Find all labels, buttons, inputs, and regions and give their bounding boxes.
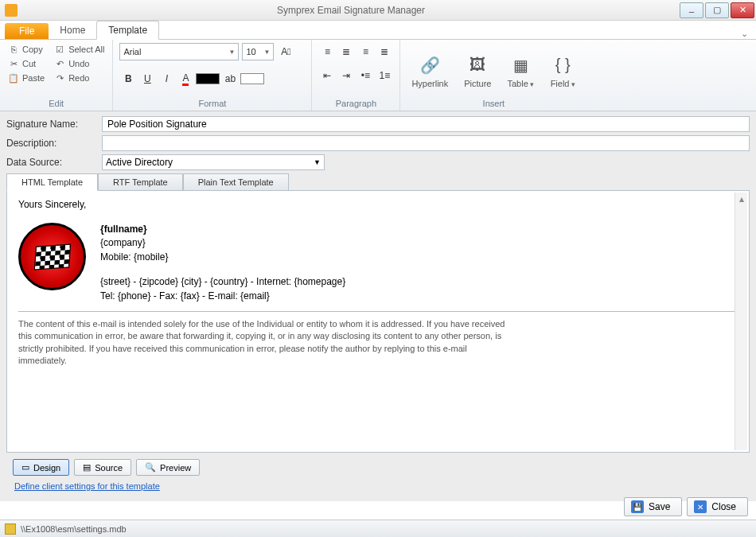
field-company: {company}	[100, 236, 345, 250]
minimize-button[interactable]	[680, 2, 703, 18]
underline-icon: U	[144, 73, 151, 84]
file-tab[interactable]: File	[5, 23, 49, 39]
footer-buttons: 💾Save ✕Close	[624, 497, 748, 516]
undo-button[interactable]: ↶Undo	[53, 57, 106, 70]
font-size-select[interactable]: 10▼	[242, 43, 274, 60]
color-swatch-white[interactable]	[240, 73, 264, 84]
preview-view-button[interactable]: 🔍Preview	[136, 459, 200, 476]
justify-button[interactable]: ≣	[376, 43, 393, 60]
signature-editor[interactable]: Yours Sincerely, {fullname} {company} Mo…	[18, 199, 738, 368]
signature-name-label: Signature Name:	[6, 119, 102, 130]
ribbon-tabs: File Home Template ⌄	[0, 21, 756, 40]
ribbon-group-paragraph: ≡ ≣ ≡ ≣ ⇤ ⇥ •≡ 1≡ Paragraph	[312, 40, 400, 111]
paste-icon: 📋	[8, 72, 19, 84]
collapse-ribbon-icon[interactable]: ⌄	[741, 29, 748, 39]
checkered-flag-icon	[33, 243, 70, 270]
align-right-button[interactable]: ≡	[357, 43, 374, 60]
ribbon-group-label: Paragraph	[318, 98, 393, 109]
tab-plain-text-template[interactable]: Plain Text Template	[183, 173, 289, 191]
bold-icon: B	[125, 73, 132, 84]
font-color-button[interactable]: A	[177, 70, 194, 88]
clear-formatting-button[interactable]: Aͯ	[277, 43, 294, 60]
outdent-button[interactable]: ⇤	[318, 67, 336, 84]
undo-icon: ↶	[54, 58, 65, 69]
ribbon-group-label: Format	[119, 98, 305, 109]
data-source-select[interactable]: Active Directory▼	[102, 154, 325, 170]
close-button[interactable]: ✕Close	[687, 497, 748, 516]
svg-rect-0	[5, 4, 18, 17]
cut-icon: ✂	[8, 58, 19, 69]
preview-icon: 🔍	[145, 462, 156, 473]
chevron-down-icon: ▼	[263, 49, 270, 56]
source-icon: ▤	[83, 462, 91, 473]
redo-icon: ↷	[54, 72, 65, 84]
field-contact: Tel: {phone} - Fax: {fax} - E-mail: {ema…	[100, 290, 345, 303]
data-source-label: Data Source:	[6, 157, 102, 168]
font-family-select[interactable]: Arial▼	[119, 43, 239, 60]
copy-icon: ⎘	[8, 44, 19, 55]
signature-name-input[interactable]	[102, 116, 750, 132]
highlight-button[interactable]: ab	[221, 70, 239, 88]
justify-icon: ≣	[380, 46, 388, 57]
ribbon: ⎘Copy ✂Cut 📋Paste ☑Select All ↶Undo ↷Red…	[0, 40, 756, 111]
signature-greeting: Yours Sincerely,	[18, 199, 738, 210]
source-view-button[interactable]: ▤Source	[74, 459, 131, 476]
maximize-button[interactable]	[705, 2, 729, 18]
home-tab[interactable]: Home	[49, 21, 96, 39]
underline-button[interactable]: U	[138, 70, 156, 88]
cut-button[interactable]: ✂Cut	[6, 57, 46, 70]
picture-button[interactable]: 🖼Picture	[459, 43, 496, 98]
field-mobile: Mobile: {mobile}	[100, 251, 345, 264]
paste-button[interactable]: 📋Paste	[6, 72, 46, 84]
hyperlink-button[interactable]: 🔗Hyperlink	[407, 43, 453, 98]
close-window-button[interactable]	[731, 2, 754, 18]
description-input[interactable]	[102, 135, 750, 151]
align-left-button[interactable]: ≡	[318, 43, 336, 60]
client-settings-link[interactable]: Define client settings for this template	[14, 481, 160, 491]
align-left-icon: ≡	[325, 46, 330, 57]
highlight-icon: ab	[225, 73, 236, 84]
table-icon: ▦	[508, 53, 533, 77]
field-button[interactable]: { }Field	[545, 43, 580, 98]
signature-text-block: {fullname} {company} Mobile: {mobile} {s…	[100, 223, 345, 303]
titlebar: Symprex Email Signature Manager	[0, 0, 756, 21]
indent-icon: ⇥	[342, 70, 350, 81]
bullet-list-button[interactable]: •≡	[357, 67, 374, 84]
design-view-button[interactable]: ▭Design	[13, 459, 69, 476]
indent-button[interactable]: ⇥	[337, 67, 355, 84]
italic-icon: I	[166, 73, 168, 84]
number-list-icon: 1≡	[380, 70, 391, 81]
scrollbar[interactable]: ▴	[735, 193, 747, 450]
select-all-icon: ☑	[54, 44, 65, 55]
tab-rtf-template[interactable]: RTF Template	[98, 173, 183, 191]
align-center-icon: ≣	[342, 46, 350, 57]
italic-button[interactable]: I	[158, 70, 175, 88]
field-fullname: {fullname}	[100, 223, 345, 236]
copy-button[interactable]: ⎘Copy	[6, 43, 46, 56]
template-tab[interactable]: Template	[96, 21, 159, 40]
database-icon	[5, 523, 16, 535]
template-tabs: HTML Template RTF Template Plain Text Te…	[6, 173, 750, 191]
picture-icon: 🖼	[465, 53, 490, 77]
field-icon: { }	[550, 53, 575, 77]
color-swatch-black[interactable]	[196, 73, 220, 84]
chevron-down-icon: ▼	[314, 158, 321, 166]
statusbar: \\Ex1008\esm\settings.mdb	[0, 519, 756, 537]
save-button[interactable]: 💾Save	[624, 497, 682, 516]
chevron-down-icon: ▼	[228, 49, 235, 56]
number-list-button[interactable]: 1≡	[376, 67, 393, 84]
ribbon-group-format: Arial▼ 10▼ Aͯ B U I A ab Format	[113, 40, 312, 111]
description-label: Description:	[6, 138, 102, 149]
align-right-icon: ≡	[363, 46, 368, 57]
bold-button[interactable]: B	[119, 70, 137, 88]
scroll-up-icon: ▴	[735, 193, 747, 205]
redo-button[interactable]: ↷Redo	[53, 72, 106, 84]
select-all-button[interactable]: ☑Select All	[53, 43, 106, 56]
hyperlink-icon: 🔗	[417, 53, 442, 77]
tab-html-template[interactable]: HTML Template	[6, 173, 98, 191]
status-path: \\Ex1008\esm\settings.mdb	[21, 524, 127, 534]
save-icon: 💾	[631, 500, 644, 513]
close-icon: ✕	[694, 500, 707, 513]
table-button[interactable]: ▦Table	[503, 43, 540, 98]
align-center-button[interactable]: ≣	[337, 43, 355, 60]
